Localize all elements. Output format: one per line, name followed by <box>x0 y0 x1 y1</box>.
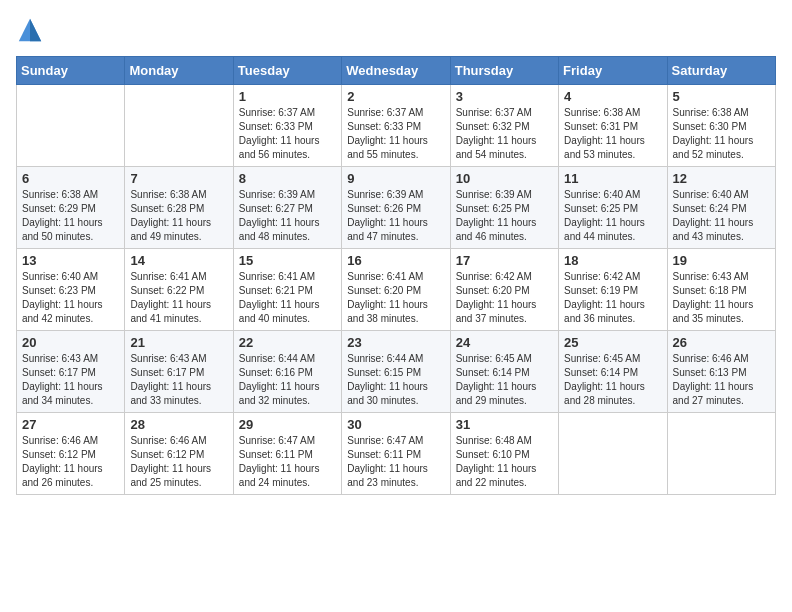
calendar-cell <box>559 413 667 495</box>
day-number: 22 <box>239 335 336 350</box>
cell-info: Sunrise: 6:42 AMSunset: 6:20 PMDaylight:… <box>456 270 553 326</box>
calendar-cell: 25Sunrise: 6:45 AMSunset: 6:14 PMDayligh… <box>559 331 667 413</box>
cell-info: Sunrise: 6:37 AMSunset: 6:32 PMDaylight:… <box>456 106 553 162</box>
day-number: 17 <box>456 253 553 268</box>
cell-info: Sunrise: 6:43 AMSunset: 6:18 PMDaylight:… <box>673 270 770 326</box>
cell-info: Sunrise: 6:44 AMSunset: 6:15 PMDaylight:… <box>347 352 444 408</box>
svg-marker-1 <box>30 19 41 41</box>
calendar-cell: 29Sunrise: 6:47 AMSunset: 6:11 PMDayligh… <box>233 413 341 495</box>
cell-info: Sunrise: 6:41 AMSunset: 6:20 PMDaylight:… <box>347 270 444 326</box>
cell-info: Sunrise: 6:38 AMSunset: 6:29 PMDaylight:… <box>22 188 119 244</box>
calendar-cell: 22Sunrise: 6:44 AMSunset: 6:16 PMDayligh… <box>233 331 341 413</box>
cell-info: Sunrise: 6:48 AMSunset: 6:10 PMDaylight:… <box>456 434 553 490</box>
calendar-cell: 26Sunrise: 6:46 AMSunset: 6:13 PMDayligh… <box>667 331 775 413</box>
calendar-cell: 8Sunrise: 6:39 AMSunset: 6:27 PMDaylight… <box>233 167 341 249</box>
calendar-cell: 2Sunrise: 6:37 AMSunset: 6:33 PMDaylight… <box>342 85 450 167</box>
cell-info: Sunrise: 6:43 AMSunset: 6:17 PMDaylight:… <box>130 352 227 408</box>
day-number: 25 <box>564 335 661 350</box>
calendar-table: SundayMondayTuesdayWednesdayThursdayFrid… <box>16 56 776 495</box>
cell-info: Sunrise: 6:43 AMSunset: 6:17 PMDaylight:… <box>22 352 119 408</box>
day-number: 7 <box>130 171 227 186</box>
day-number: 26 <box>673 335 770 350</box>
cell-info: Sunrise: 6:46 AMSunset: 6:13 PMDaylight:… <box>673 352 770 408</box>
day-number: 2 <box>347 89 444 104</box>
day-number: 11 <box>564 171 661 186</box>
calendar-cell: 24Sunrise: 6:45 AMSunset: 6:14 PMDayligh… <box>450 331 558 413</box>
calendar-cell: 9Sunrise: 6:39 AMSunset: 6:26 PMDaylight… <box>342 167 450 249</box>
cell-info: Sunrise: 6:45 AMSunset: 6:14 PMDaylight:… <box>564 352 661 408</box>
cell-info: Sunrise: 6:41 AMSunset: 6:21 PMDaylight:… <box>239 270 336 326</box>
weekday-header-monday: Monday <box>125 57 233 85</box>
day-number: 10 <box>456 171 553 186</box>
day-number: 31 <box>456 417 553 432</box>
day-number: 3 <box>456 89 553 104</box>
weekday-header-wednesday: Wednesday <box>342 57 450 85</box>
calendar-cell <box>17 85 125 167</box>
calendar-cell: 21Sunrise: 6:43 AMSunset: 6:17 PMDayligh… <box>125 331 233 413</box>
calendar-cell <box>667 413 775 495</box>
calendar-cell: 3Sunrise: 6:37 AMSunset: 6:32 PMDaylight… <box>450 85 558 167</box>
calendar-cell: 15Sunrise: 6:41 AMSunset: 6:21 PMDayligh… <box>233 249 341 331</box>
calendar-cell: 10Sunrise: 6:39 AMSunset: 6:25 PMDayligh… <box>450 167 558 249</box>
cell-info: Sunrise: 6:39 AMSunset: 6:25 PMDaylight:… <box>456 188 553 244</box>
day-number: 15 <box>239 253 336 268</box>
weekday-header-tuesday: Tuesday <box>233 57 341 85</box>
day-number: 27 <box>22 417 119 432</box>
calendar-cell: 12Sunrise: 6:40 AMSunset: 6:24 PMDayligh… <box>667 167 775 249</box>
calendar-cell: 6Sunrise: 6:38 AMSunset: 6:29 PMDaylight… <box>17 167 125 249</box>
cell-info: Sunrise: 6:47 AMSunset: 6:11 PMDaylight:… <box>239 434 336 490</box>
weekday-header-row: SundayMondayTuesdayWednesdayThursdayFrid… <box>17 57 776 85</box>
week-row-3: 20Sunrise: 6:43 AMSunset: 6:17 PMDayligh… <box>17 331 776 413</box>
day-number: 30 <box>347 417 444 432</box>
cell-info: Sunrise: 6:40 AMSunset: 6:23 PMDaylight:… <box>22 270 119 326</box>
calendar-cell: 19Sunrise: 6:43 AMSunset: 6:18 PMDayligh… <box>667 249 775 331</box>
calendar-cell: 20Sunrise: 6:43 AMSunset: 6:17 PMDayligh… <box>17 331 125 413</box>
day-number: 20 <box>22 335 119 350</box>
calendar-cell: 16Sunrise: 6:41 AMSunset: 6:20 PMDayligh… <box>342 249 450 331</box>
day-number: 29 <box>239 417 336 432</box>
week-row-1: 6Sunrise: 6:38 AMSunset: 6:29 PMDaylight… <box>17 167 776 249</box>
day-number: 1 <box>239 89 336 104</box>
day-number: 28 <box>130 417 227 432</box>
calendar-cell: 28Sunrise: 6:46 AMSunset: 6:12 PMDayligh… <box>125 413 233 495</box>
calendar-cell: 18Sunrise: 6:42 AMSunset: 6:19 PMDayligh… <box>559 249 667 331</box>
calendar-cell: 13Sunrise: 6:40 AMSunset: 6:23 PMDayligh… <box>17 249 125 331</box>
day-number: 19 <box>673 253 770 268</box>
cell-info: Sunrise: 6:37 AMSunset: 6:33 PMDaylight:… <box>347 106 444 162</box>
calendar-cell: 14Sunrise: 6:41 AMSunset: 6:22 PMDayligh… <box>125 249 233 331</box>
day-number: 14 <box>130 253 227 268</box>
cell-info: Sunrise: 6:42 AMSunset: 6:19 PMDaylight:… <box>564 270 661 326</box>
calendar-cell <box>125 85 233 167</box>
calendar-cell: 5Sunrise: 6:38 AMSunset: 6:30 PMDaylight… <box>667 85 775 167</box>
calendar-cell: 4Sunrise: 6:38 AMSunset: 6:31 PMDaylight… <box>559 85 667 167</box>
weekday-header-saturday: Saturday <box>667 57 775 85</box>
cell-info: Sunrise: 6:39 AMSunset: 6:27 PMDaylight:… <box>239 188 336 244</box>
calendar-cell: 23Sunrise: 6:44 AMSunset: 6:15 PMDayligh… <box>342 331 450 413</box>
weekday-header-friday: Friday <box>559 57 667 85</box>
cell-info: Sunrise: 6:40 AMSunset: 6:24 PMDaylight:… <box>673 188 770 244</box>
calendar-cell: 11Sunrise: 6:40 AMSunset: 6:25 PMDayligh… <box>559 167 667 249</box>
page-header <box>16 16 776 44</box>
week-row-4: 27Sunrise: 6:46 AMSunset: 6:12 PMDayligh… <box>17 413 776 495</box>
day-number: 6 <box>22 171 119 186</box>
cell-info: Sunrise: 6:38 AMSunset: 6:31 PMDaylight:… <box>564 106 661 162</box>
day-number: 4 <box>564 89 661 104</box>
day-number: 12 <box>673 171 770 186</box>
day-number: 24 <box>456 335 553 350</box>
calendar-cell: 30Sunrise: 6:47 AMSunset: 6:11 PMDayligh… <box>342 413 450 495</box>
calendar-cell: 1Sunrise: 6:37 AMSunset: 6:33 PMDaylight… <box>233 85 341 167</box>
week-row-0: 1Sunrise: 6:37 AMSunset: 6:33 PMDaylight… <box>17 85 776 167</box>
weekday-header-sunday: Sunday <box>17 57 125 85</box>
weekday-header-thursday: Thursday <box>450 57 558 85</box>
calendar-cell: 31Sunrise: 6:48 AMSunset: 6:10 PMDayligh… <box>450 413 558 495</box>
day-number: 16 <box>347 253 444 268</box>
day-number: 23 <box>347 335 444 350</box>
cell-info: Sunrise: 6:45 AMSunset: 6:14 PMDaylight:… <box>456 352 553 408</box>
day-number: 13 <box>22 253 119 268</box>
day-number: 21 <box>130 335 227 350</box>
cell-info: Sunrise: 6:38 AMSunset: 6:30 PMDaylight:… <box>673 106 770 162</box>
logo <box>16 16 48 44</box>
day-number: 18 <box>564 253 661 268</box>
day-number: 8 <box>239 171 336 186</box>
cell-info: Sunrise: 6:41 AMSunset: 6:22 PMDaylight:… <box>130 270 227 326</box>
